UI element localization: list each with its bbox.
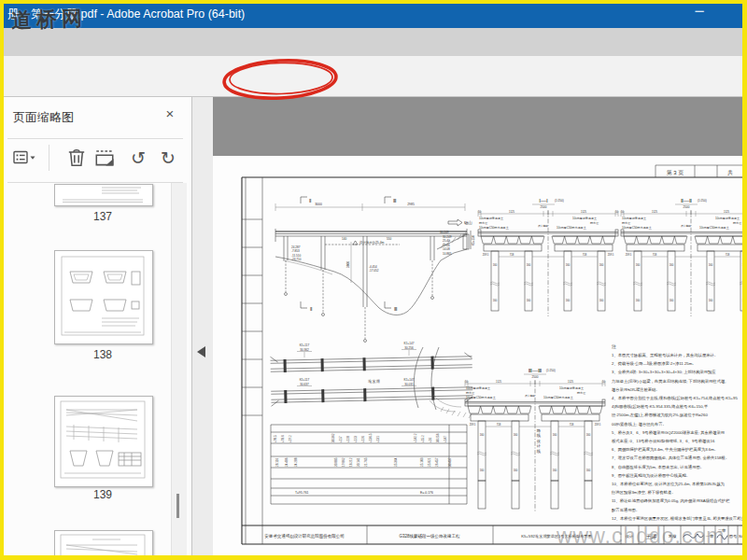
svg-text:20.141: 20.141 [357, 457, 360, 467]
svg-text:K5+147: K5+147 [404, 378, 415, 382]
route-centerline-label: 路线设计线 [537, 428, 542, 454]
svg-text:Ⅰ—Ⅰ: Ⅰ—Ⅰ [539, 198, 548, 203]
svg-text:T=95.761: T=95.761 [295, 491, 309, 495]
notes-block: 注 1、本图尺寸除标高、里程桩号以米计外，其余均以厘米计。2、荷载等级:公路—Ⅰ… [611, 343, 743, 522]
thumbnail-139[interactable] [54, 396, 153, 487]
main-toolbar [0, 56, 747, 97]
thumbnail-137[interactable] [54, 184, 153, 206]
trash-icon[interactable] [63, 145, 90, 171]
scrollbar-thumb[interactable] [176, 494, 179, 518]
panel-close-icon[interactable]: × [161, 105, 179, 124]
svg-text:(1:250): (1:250) [698, 199, 707, 203]
svg-text:淮水湖: 淮水湖 [368, 379, 380, 384]
elevation-piers [284, 236, 434, 343]
svg-text:-23.710: -23.710 [291, 258, 302, 261]
svg-text:19.862: 19.862 [342, 457, 345, 467]
minimize-button[interactable]: ─ [687, 4, 712, 22]
svg-text:28.116: 28.116 [275, 457, 279, 467]
svg-text:9、图中标注高程均为设计桥面中心线高程。: 9、图中标注高程均为设计桥面中心线高程。 [612, 472, 690, 479]
rotate-cw-icon[interactable]: ↻ [155, 145, 181, 171]
svg-text:砀山: 砀山 [463, 220, 472, 226]
panel-title: 页面缩略图 [13, 109, 74, 126]
document-viewport[interactable]: 第 3 页 共 3000 2985 Ⅱ Ⅲ Ⅱ Ⅲ [213, 96, 743, 560]
thumbnail-140[interactable] [54, 530, 153, 560]
svg-text:30.637: 30.637 [300, 383, 309, 386]
thumbnail-138-label: 138 [54, 348, 151, 361]
svg-text:+16: +16 [429, 437, 432, 442]
collapse-panel-icon[interactable] [197, 346, 205, 357]
page-header-table: 第 3 页 共 [655, 165, 743, 177]
insert-page-icon[interactable] [92, 145, 118, 171]
title-bar: 册，第一分册.pdf - Adobe Acrobat Pro (64-bit) … [0, 0, 747, 28]
svg-text:24.287: 24.287 [291, 245, 301, 249]
svg-text:11、桥址处地震动峰值加速度为0.05g, 内外侧采用SA级: 11、桥址处地震动峰值加速度为0.05g, 内外侧采用SA级组合式护栏 [612, 498, 730, 504]
svg-text:-11.510: -11.510 [291, 254, 302, 258]
thumbnail-options-icon[interactable] [11, 145, 37, 171]
panel-gutter [191, 96, 213, 560]
svg-text:Ⅲ: Ⅲ [394, 306, 397, 312]
svg-text:安徽省交通规划设计研究总院股份有限公司: 安徽省交通规划设计研究总院股份有限公司 [264, 533, 345, 539]
drawing-page: 第 3 页 共 3000 2985 Ⅱ Ⅲ Ⅱ Ⅲ [213, 156, 743, 556]
rotate-ccw-icon[interactable]: ↺ [125, 145, 151, 171]
thumbnail-139-label: 139 [54, 488, 151, 501]
svg-text:+19.2: +19.2 [289, 435, 292, 442]
svg-text:30.362: 30.362 [331, 433, 335, 442]
svg-text:18.212: 18.212 [349, 457, 353, 467]
svg-text:Ⅲ: Ⅲ [393, 198, 396, 203]
svg-text:+128: +128 [346, 436, 350, 442]
svg-text:K5+147: K5+147 [404, 342, 415, 345]
svg-text:+126: +126 [361, 436, 365, 442]
svg-text:3800: 3800 [346, 261, 350, 268]
svg-text:+117: +117 [339, 436, 343, 442]
thumbnail-138[interactable] [54, 250, 153, 344]
svg-text:K5+150: K5+150 [472, 235, 475, 245]
svg-text:6、两侧防撞护栏高度为3.4m, 中央分隔带护栏高度为3.6: 6、两侧防撞护栏高度为3.4m, 中央分隔带护栏高度为3.6m。 [612, 447, 718, 453]
svg-text:1、本图尺寸除标高、里程桩号以米计外，其余均以厘米计。: 1、本图尺寸除标高、里程桩号以米计外，其余均以厘米计。 [612, 353, 718, 358]
plan-station-labels: K5+11730.362 K5+11730.637 K5+14730.256 K… [297, 342, 416, 386]
svg-text:25.821: 25.821 [428, 457, 431, 467]
svg-text:S4-: S4- [739, 534, 743, 539]
svg-text:4、本桥平面分别位于直线,缓和曲线(起始桩号:K5+754,: 4、本桥平面分别位于直线,缓和曲线(起始桩号:K5+754,终点桩号:K5+95 [612, 396, 739, 401]
svg-text:7、泄水管设置在桥面两侧低处, 具体位置见通用图, 全桥共1: 7、泄水管设置在桥面两侧低处, 具体位置见通用图, 全桥共158根。 [612, 455, 729, 461]
svg-text:20.885: 20.885 [334, 457, 338, 467]
svg-text:墩台采用钻孔灌注桩基础。: 墩台采用钻孔灌注桩基础。 [611, 387, 660, 393]
svg-text:24.486: 24.486 [285, 457, 289, 467]
pdf-page: 第 3 页 共 3000 2985 Ⅱ Ⅲ Ⅱ Ⅲ [213, 156, 743, 556]
svg-text:25.364: 25.364 [394, 457, 398, 467]
svg-text:30.256: 30.256 [436, 433, 440, 442]
svg-text:25.103: 25.103 [420, 457, 424, 467]
svg-text:30.362: 30.362 [300, 348, 309, 352]
svg-text:30.249: 30.249 [440, 231, 449, 234]
svg-text:+98.5: +98.5 [274, 435, 277, 442]
svg-text:+131: +131 [376, 436, 380, 442]
elevation-view: 3000 2985 Ⅱ Ⅲ Ⅱ Ⅲ 砀山 设计洪水位25.4m [275, 197, 475, 343]
svg-text:21.765: 21.765 [364, 457, 368, 467]
svg-text:(1:250): (1:250) [555, 199, 564, 203]
svg-text:8、自由膨胀缝长度为5m, 本图未示出, 详见通用图。: 8、自由膨胀缝长度为5m, 本图未示出, 详见通用图。 [612, 464, 704, 469]
svg-text:板式支座; 0、13号桥台设80型伸缩缝, 3、6、9号桥墩: 板式支座; 0、13号桥台设80型伸缩缝, 3、6、9号桥墩设16 [612, 439, 715, 444]
svg-text:+142.2: +142.2 [414, 433, 417, 442]
svg-text:24.288: 24.288 [294, 457, 298, 467]
tab-bar [0, 28, 747, 56]
svg-text:550: 550 [387, 237, 391, 241]
svg-text:140: 140 [342, 237, 346, 241]
thumbnails-panel: 页面缩略图 × ↺ ↻ 137 [0, 96, 192, 560]
svg-text:2500: 2500 [684, 205, 690, 209]
svg-text:Ⅱ: Ⅱ [309, 198, 311, 203]
plan-river: 淮水湖 [368, 347, 472, 418]
svg-text:4)和圆曲线(起始桩号:K5-954.335,终点桩号:K6: 4)和圆曲线(起始桩号:K5-954.335,终点桩号:K6+150,半 [612, 404, 709, 410]
svg-text:+147: +147 [444, 436, 447, 442]
svg-text:+136.5: +136.5 [369, 433, 373, 442]
panel-scrollbar[interactable] [171, 183, 187, 560]
svg-text:2、荷载等级:公路—Ⅰ级;桥面净宽:2×净11.25m。: 2、荷载等级:公路—Ⅰ级;桥面净宽:2×净11.25m。 [612, 361, 697, 366]
divider [7, 182, 183, 183]
svg-text:径:2500m,左偏)上,桥面横坡为双向2%,纵坡位于R=2: 径:2500m,左偏)上,桥面横坡为双向2%,纵坡位于R=260 [611, 413, 708, 418]
svg-text:+123: +123 [354, 436, 358, 442]
svg-text:30.249: 30.249 [443, 235, 452, 239]
svg-text:-4.454: -4.454 [369, 265, 377, 269]
svg-text:(1:250): (1:250) [546, 369, 556, 372]
svg-text:25.40: 25.40 [443, 239, 450, 243]
svg-text:26.457: 26.457 [435, 457, 439, 467]
svg-text:3、全桥共4联: 3×30+3×30+3×30+4×30;: 3、全桥共4联: 3×30+3×30+3×30+4×30; 上部结构采用预应 [612, 370, 716, 375]
svg-text:Ⅲ—Ⅲ: Ⅲ—Ⅲ [529, 368, 542, 373]
